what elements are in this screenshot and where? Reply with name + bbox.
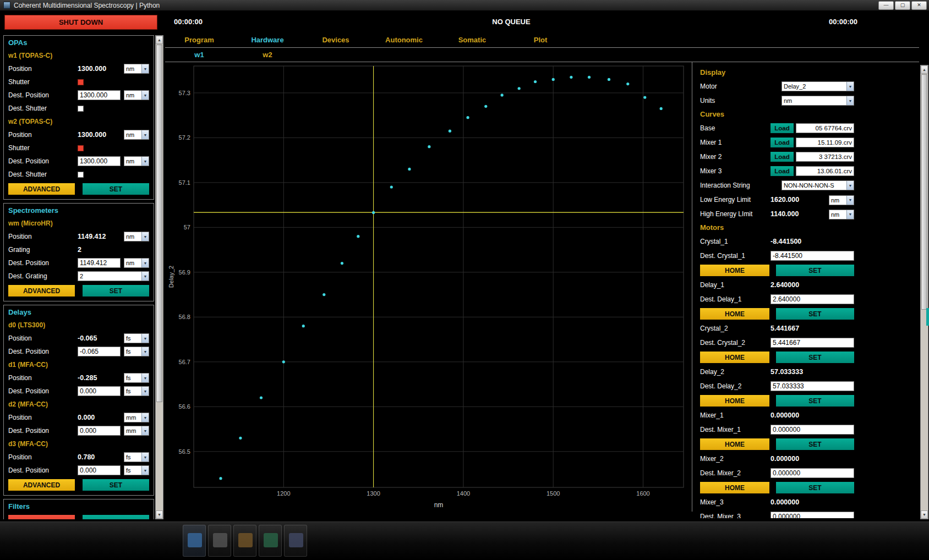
tab-plot[interactable]: Plot [506,33,575,47]
set-crystal-2-button[interactable]: SET [776,352,854,363]
load-mixer-2-button[interactable]: Load [770,152,794,162]
subtab-w2[interactable]: w2 [233,48,302,62]
unit-combo[interactable]: nm▼ [829,210,854,219]
dest-delay-1-input[interactable] [770,294,854,304]
maximize-button[interactable]: ▢ [895,1,910,10]
unit-combo[interactable]: nm▼ [124,232,149,241]
mixer-3-curve-file[interactable] [796,166,854,176]
taskbar-app-icon[interactable] [284,525,307,557]
subtab-w1[interactable]: w1 [165,48,233,62]
taskbar-app-icon[interactable] [208,525,231,557]
dest-position-input[interactable] [78,156,121,166]
chevron-down-icon: ▼ [141,272,149,281]
home-mixer-1-button[interactable]: HOME [700,438,769,450]
row-dest-mixer-2: Dest. Mixer_2 [695,466,860,480]
dest-shutter-checkbox[interactable] [78,106,84,112]
dest-mixer-3-input[interactable] [770,512,854,518]
dest-position-input[interactable] [78,465,121,475]
set-mixer-1-button[interactable]: SET [776,438,854,450]
unit-combo[interactable]: mm▼ [124,413,149,422]
interaction-string-select[interactable]: NON-NON-NON-S▼ [782,180,854,190]
base-curve-file[interactable] [796,123,854,133]
taskbar-app-icon[interactable] [259,525,282,557]
set-delay-2-button[interactable]: SET [776,395,854,407]
set-button[interactable]: SET [83,285,149,297]
tab-devices[interactable]: Devices [302,33,370,47]
motor-select[interactable]: Delay_2▼ [782,81,854,91]
unit-combo[interactable]: fs▼ [124,465,149,475]
home-delay-1-button[interactable]: HOME [700,308,769,320]
set-button[interactable]: SET [83,183,149,195]
title-bar[interactable]: Coherent Multidimensional Spectroscopy |… [0,0,929,11]
dest-delay-2-input[interactable] [770,381,854,391]
tab-autonomic[interactable]: Autonomic [370,33,438,47]
tuning-curve-plot[interactable]: 1200130014001500160056.556.656.756.856.9… [166,63,689,512]
dest-position-input[interactable] [78,258,121,268]
dest-position-input[interactable] [78,386,121,396]
scroll-down-icon[interactable]: ▼ [921,510,928,519]
tab-program[interactable]: Program [165,33,233,47]
unit-combo[interactable]: fs▼ [124,347,149,356]
set-mixer-2-button[interactable]: SET [776,482,854,493]
dest-position-input[interactable] [78,347,121,356]
readout-value: 1300.000 [78,131,106,139]
home-delay-2-button[interactable]: HOME [700,395,769,407]
unit-combo[interactable]: nm▼ [124,130,149,140]
scroll-up-icon[interactable]: ▲ [156,36,163,44]
scroll-up-icon[interactable]: ▲ [921,65,928,74]
scrollbar-thumb[interactable] [921,74,927,310]
sidebar-scrollbar[interactable]: ▲ ▼ [155,35,163,519]
home-crystal-2-button[interactable]: HOME [700,352,769,363]
unit-combo[interactable]: nm▼ [124,64,149,74]
svg-text:57: 57 [184,224,190,230]
combo-value: nm [124,259,141,267]
taskbar-app-icon[interactable] [183,525,206,557]
unit-combo[interactable]: mm▼ [124,426,149,436]
motor-button-row: HOMESET [695,306,860,321]
dest-mixer-2-input[interactable] [770,468,854,478]
home-crystal-1-button[interactable]: HOME [700,265,769,276]
clipped-button[interactable] [8,515,75,519]
load-mixer-1-button[interactable]: Load [770,138,794,147]
dest-mixer-1-input[interactable] [770,425,854,435]
unit-combo[interactable]: fs▼ [124,452,149,462]
unit-combo[interactable]: fs▼ [124,333,149,343]
close-button[interactable]: ✕ [911,1,927,10]
unit-combo[interactable]: nm▼ [124,156,149,166]
set-crystal-1-button[interactable]: SET [776,265,854,276]
shut-down-button[interactable]: SHUT DOWN [4,15,157,30]
set-button[interactable]: SET [83,479,149,491]
home-mixer-2-button[interactable]: HOME [700,482,769,493]
dest-position-input[interactable] [78,426,121,436]
unit-combo[interactable]: fs▼ [124,373,149,383]
dest-position-input[interactable] [78,90,121,100]
dest-crystal-2-input[interactable] [770,338,854,348]
tab-hardware[interactable]: Hardware [233,33,302,47]
set-delay-1-button[interactable]: SET [776,308,854,320]
unit-combo[interactable]: nm▼ [124,258,149,268]
load-mixer-3-button[interactable]: Load [770,166,794,176]
unit-combo[interactable]: fs▼ [124,386,149,396]
plot-canvas[interactable]: 1200130014001500160056.556.656.756.856.9… [166,63,689,512]
mixer-1-curve-file[interactable] [796,138,854,147]
clipped-button[interactable] [83,515,149,519]
dest-crystal-1-input[interactable] [770,251,854,261]
motor-button-row: HOMESET [695,393,860,408]
scrollbar-thumb[interactable] [156,45,162,402]
taskbar-app-icon[interactable] [233,525,256,557]
minimize-button[interactable]: — [878,1,894,10]
dest-grating-select[interactable]: 2▼ [78,271,149,281]
mixer-2-curve-file[interactable] [796,152,854,162]
load-base-button[interactable]: Load [770,123,794,133]
dest-shutter-checkbox[interactable] [78,172,84,178]
tab-somatic[interactable]: Somatic [438,33,506,47]
readout-value: 5.441667 [770,325,799,332]
advanced-button[interactable]: ADVANCED [8,183,75,195]
panel-scrollbar[interactable]: ▲ ▼ [920,65,928,519]
scroll-down-icon[interactable]: ▼ [156,510,163,519]
units-select[interactable]: nm▼ [782,96,854,106]
unit-combo[interactable]: nm▼ [829,195,854,205]
unit-combo[interactable]: nm▼ [124,90,149,100]
advanced-button[interactable]: ADVANCED [8,285,75,297]
advanced-button[interactable]: ADVANCED [8,479,75,491]
